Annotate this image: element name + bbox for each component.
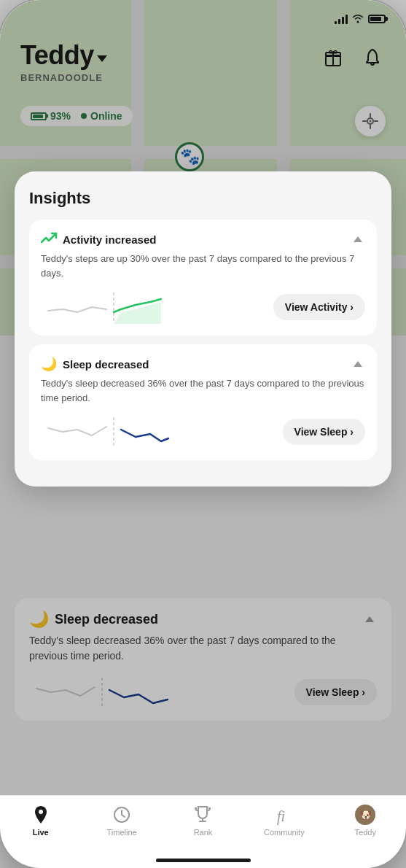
nav-label-community: Community — [264, 828, 305, 837]
activity-description: Teddy's steps are up 30% over the past 7… — [41, 252, 365, 280]
phone-frame: Teddy BERNADOODLE — [0, 0, 406, 868]
fi-icon: fi — [274, 805, 294, 825]
insights-title: Insights — [29, 189, 377, 208]
nav-item-live[interactable]: Live — [19, 805, 63, 837]
svg-point-13 — [39, 810, 43, 814]
nav-item-community[interactable]: fi Community — [262, 805, 306, 837]
sleep-moon-icon: 🌙 — [41, 356, 57, 372]
trending-up-icon — [41, 231, 57, 247]
nav-label-live: Live — [33, 828, 49, 837]
nav-item-timeline[interactable]: Timeline — [100, 805, 144, 837]
sleep-view-button[interactable]: View Sleep › — [283, 419, 365, 445]
svg-text:fi: fi — [277, 808, 285, 825]
location-pin-icon — [31, 805, 51, 825]
activity-card-title: Activity increased — [63, 233, 156, 246]
sleep-insight-card: 🌙 Sleep decreased Teddy's sleep decrease… — [29, 344, 377, 460]
nav-label-timeline: Timeline — [106, 828, 136, 837]
sleep-collapse-button[interactable] — [351, 357, 365, 371]
insights-modal: Insights Activity increased Teddy' — [15, 171, 391, 487]
home-indicator — [156, 859, 251, 862]
trophy-icon — [192, 805, 213, 825]
activity-chart — [41, 289, 273, 325]
nav-item-rank[interactable]: Rank — [181, 805, 225, 837]
clock-icon — [112, 805, 132, 825]
nav-label-teddy: Teddy — [355, 828, 376, 837]
nav-label-rank: Rank — [194, 828, 213, 837]
activity-view-button[interactable]: View Activity › — [273, 294, 365, 320]
bottom-navigation: Live Timeline Ra — [0, 795, 406, 868]
sleep-description: Teddy's sleep decreased 36% over the pas… — [41, 376, 365, 405]
sleep-chart — [41, 414, 283, 450]
activity-collapse-button[interactable] — [351, 232, 365, 247]
svg-line-16 — [122, 815, 125, 817]
nav-item-teddy[interactable]: 🐶 Teddy — [343, 805, 387, 837]
sleep-card-title: Sleep decreased — [63, 358, 149, 371]
avatar-icon: 🐶 — [355, 805, 375, 825]
activity-insight-card: Activity increased Teddy's steps are up … — [29, 220, 377, 336]
